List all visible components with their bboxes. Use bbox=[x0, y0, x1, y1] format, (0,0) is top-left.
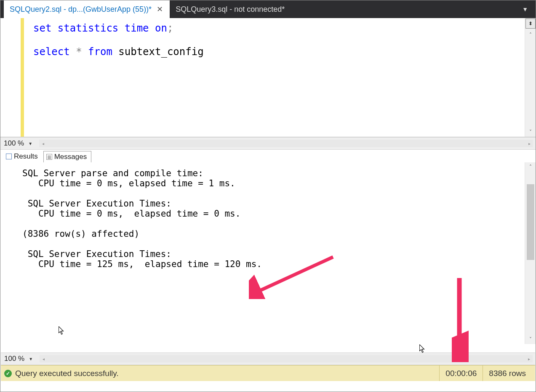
status-time: 00:00:06 bbox=[439, 366, 483, 381]
success-icon: ✓ bbox=[4, 370, 12, 377]
tab-label: Results bbox=[14, 152, 38, 161]
messages-pane: SQL Server parse and compile time: CPU t… bbox=[0, 162, 536, 344]
editor-vscrollbar[interactable]: ⬍ ˄ ˅ bbox=[525, 18, 536, 137]
messages-vscrollbar[interactable]: ˄ ˅ bbox=[525, 162, 536, 344]
page-icon bbox=[46, 154, 52, 160]
tab-sqlquery2[interactable]: SQLQuery2.sql - dp...(GwbUserApp (55))* … bbox=[4, 0, 170, 18]
zoom-level: 100 % bbox=[4, 139, 24, 148]
tab-strip: SQLQuery2.sql - dp...(GwbUserApp (55))* … bbox=[0, 0, 536, 18]
scroll-up-icon[interactable]: ˄ bbox=[526, 30, 535, 40]
scroll-up-icon[interactable]: ˄ bbox=[526, 162, 535, 172]
tab-results[interactable]: Results bbox=[3, 151, 43, 162]
status-bar: ✓ Query executed successfully. 00:00:06 … bbox=[1, 365, 535, 381]
scroll-right-icon[interactable]: ▸ bbox=[525, 355, 533, 363]
split-pane-icon[interactable]: ⬍ bbox=[525, 19, 536, 29]
code-content[interactable]: set statistics time on; select * from su… bbox=[24, 18, 525, 137]
close-icon[interactable]: ✕ bbox=[156, 5, 164, 14]
cursor-icon bbox=[419, 344, 425, 353]
tab-label: SQLQuery2.sql - dp...(GwbUserApp (55))* bbox=[10, 5, 152, 14]
tab-messages[interactable]: Messages bbox=[43, 151, 91, 163]
chevron-down-icon: ▼ bbox=[522, 6, 528, 13]
tab-label: Messages bbox=[54, 153, 87, 161]
tab-dropdown[interactable]: ▼ bbox=[515, 0, 536, 18]
messages-zoom-bar: 100 % ▼ ◂ ▸ bbox=[1, 352, 535, 365]
results-tab-strip: Results Messages bbox=[0, 150, 536, 162]
grid-icon bbox=[6, 154, 12, 159]
messages-content[interactable]: SQL Server parse and compile time: CPU t… bbox=[0, 162, 525, 344]
scroll-left-icon[interactable]: ◂ bbox=[39, 140, 47, 147]
zoom-dropdown[interactable]: ▼ bbox=[27, 357, 35, 361]
tab-label: SQLQuery3.sql - not connected* bbox=[176, 5, 285, 14]
status-rows: 8386 rows bbox=[483, 366, 532, 381]
tab-spacer bbox=[291, 0, 515, 18]
tab-sqlquery3[interactable]: SQLQuery3.sql - not connected* bbox=[170, 0, 291, 18]
editor-zoom-bar: 100 % ▼ ◂ ▸ bbox=[0, 137, 536, 150]
messages-hscrollbar[interactable]: ◂ ▸ bbox=[40, 355, 533, 363]
status-message: Query executed successfully. bbox=[15, 369, 119, 378]
scroll-left-icon[interactable]: ◂ bbox=[40, 355, 47, 363]
zoom-dropdown[interactable]: ▼ bbox=[27, 141, 34, 146]
scroll-down-icon[interactable]: ˅ bbox=[526, 127, 535, 137]
scroll-right-icon[interactable]: ▸ bbox=[525, 140, 533, 147]
editor-hscrollbar[interactable]: ◂ ▸ bbox=[39, 140, 533, 147]
sql-editor[interactable]: set statistics time on; select * from su… bbox=[0, 18, 536, 137]
scroll-down-icon[interactable]: ˅ bbox=[526, 335, 535, 344]
editor-gutter bbox=[0, 18, 21, 137]
change-marker bbox=[21, 18, 24, 137]
zoom-level: 100 % bbox=[4, 355, 24, 363]
scroll-thumb[interactable] bbox=[527, 184, 534, 260]
